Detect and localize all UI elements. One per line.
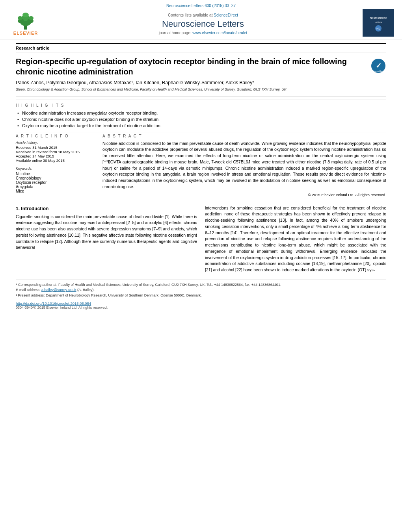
main-content: Research article Region-specific up-regu… bbox=[0, 39, 402, 317]
svg-text:✓: ✓ bbox=[376, 62, 382, 70]
body-content: 1. Introduction Cigarette smoking is con… bbox=[16, 205, 386, 276]
article-title: Region-specific up-regulation of oxytoci… bbox=[16, 56, 370, 77]
body-col-left: 1. Introduction Cigarette smoking is con… bbox=[16, 205, 197, 276]
svg-point-3 bbox=[22, 13, 29, 17]
citation-text: Neuroscience Letters 600 (2015) 33–37 bbox=[166, 4, 236, 8]
article-history-sublabel: Article history: bbox=[16, 141, 95, 145]
keyword-2: Chronobiology bbox=[16, 176, 95, 180]
article-info-abstract: A R T I C L E I N F O Article history: R… bbox=[16, 132, 386, 201]
sciencedirect-link[interactable]: ScienceDirect bbox=[214, 13, 238, 17]
highlight-item-2: Chronic nicotine does not alter oxytocin… bbox=[16, 116, 386, 122]
issn: 0304-3940/© 2015 Elsevier Ireland Ltd. A… bbox=[16, 306, 386, 310]
highlights-list: Nicotine administration increases amygda… bbox=[16, 110, 386, 132]
page: Neuroscience Letters 600 (2015) 33–37 EL… bbox=[0, 0, 402, 532]
article-info-col: A R T I C L E I N F O Article history: R… bbox=[16, 132, 95, 197]
footnote-email-link[interactable]: a.bailey@surrey.ac.uk bbox=[41, 288, 76, 292]
date-received: Received 31 March 2015 bbox=[16, 145, 95, 150]
keyword-5: Mice bbox=[16, 189, 95, 193]
divider-1 bbox=[16, 96, 386, 96]
highlight-item-1: Nicotine administration increases amygda… bbox=[16, 110, 386, 116]
keyword-1: Nicotine bbox=[16, 172, 95, 176]
authors: Panos Zanos, Polymnia Georgiou, Athanasi… bbox=[16, 80, 386, 85]
highlights-label: H I G H L I G H T S bbox=[16, 100, 386, 108]
date-revised: Received in revised form 18 May 2015 bbox=[16, 150, 95, 154]
svg-text:Letters: Letters bbox=[375, 21, 382, 23]
keyword-4: Amygdala bbox=[16, 185, 95, 189]
date-online: Available online 30 May 2015 bbox=[16, 158, 95, 163]
doi-link[interactable]: http://dx.doi.org/10.1016/j.neulet.2015.… bbox=[16, 301, 386, 306]
neuroscience-logo-icon: Neuroscience Letters NL bbox=[367, 11, 390, 35]
journal-homepage-link[interactable]: www.elsevier.com/locate/neulet bbox=[192, 31, 247, 35]
article-info-label: A R T I C L E I N F O bbox=[16, 132, 95, 138]
copyright: © 2015 Elsevier Ireland Ltd. All rights … bbox=[102, 193, 386, 197]
abstract-col: A B S T R A C T Nicotine addiction is co… bbox=[102, 132, 386, 197]
citation-line: Neuroscience Letters 600 (2015) 33–37 bbox=[8, 2, 394, 9]
footnotes: * Corresponding author at: Faculty of He… bbox=[16, 280, 386, 310]
elsevier-logo: ELSEVIER bbox=[8, 10, 43, 38]
intro-text-col2: interventions for smoking cessation that… bbox=[205, 205, 386, 273]
body-col-right: interventions for smoking cessation that… bbox=[205, 205, 386, 276]
abstract-label: A B S T R A C T bbox=[102, 132, 386, 138]
svg-text:CrossMark: CrossMark bbox=[372, 70, 384, 72]
elsevier-brand-text: ELSEVIER bbox=[13, 31, 38, 35]
journal-logo-graphic: Neuroscience Letters NL bbox=[363, 9, 394, 37]
footnote-1: ¹ Present address: Department of Neurobi… bbox=[16, 293, 386, 298]
journal-title: Neuroscience Letters bbox=[51, 19, 355, 29]
intro-heading: 1. Introduction bbox=[16, 206, 197, 211]
date-accepted: Accepted 24 May 2015 bbox=[16, 154, 95, 158]
journal-center: Contents lists available at ScienceDirec… bbox=[43, 13, 363, 35]
intro-text-col1: Cigarette smoking is considered the main… bbox=[16, 214, 197, 251]
svg-point-7 bbox=[29, 16, 34, 20]
article-history-block: Article history: Received 31 March 2015 … bbox=[16, 141, 95, 163]
svg-text:NL: NL bbox=[376, 27, 381, 30]
svg-point-6 bbox=[18, 16, 22, 20]
homepage-line: journal homepage: www.elsevier.com/locat… bbox=[51, 31, 355, 35]
svg-text:Neuroscience: Neuroscience bbox=[370, 17, 387, 19]
abstract-text: Nicotine addiction is considered to be t… bbox=[102, 141, 386, 190]
highlight-item-3: Oxytocin may be a potential target for t… bbox=[16, 122, 386, 129]
contents-line: Contents lists available at ScienceDirec… bbox=[51, 13, 355, 17]
keywords-block: Keywords: Nicotine Chronobiology Oxytoci… bbox=[16, 167, 95, 193]
article-type: Research article bbox=[16, 43, 386, 52]
keyword-3: Oxytocin receptor bbox=[16, 180, 95, 185]
elsevier-tree-icon bbox=[13, 11, 39, 31]
footnote-email: E-mail address: a.bailey@surrey.ac.uk (A… bbox=[16, 287, 386, 293]
keywords-label: Keywords: bbox=[16, 167, 95, 171]
journal-header: Neuroscience Letters 600 (2015) 33–37 EL… bbox=[0, 0, 402, 39]
footnote-star: * Corresponding author at: Faculty of He… bbox=[16, 282, 386, 288]
crossmark-icon[interactable]: ✓ CrossMark bbox=[370, 58, 386, 74]
affiliation: Sleep, Chronobiology & Addiction Group, … bbox=[16, 87, 386, 92]
article-title-section: Region-specific up-regulation of oxytoci… bbox=[16, 56, 386, 77]
